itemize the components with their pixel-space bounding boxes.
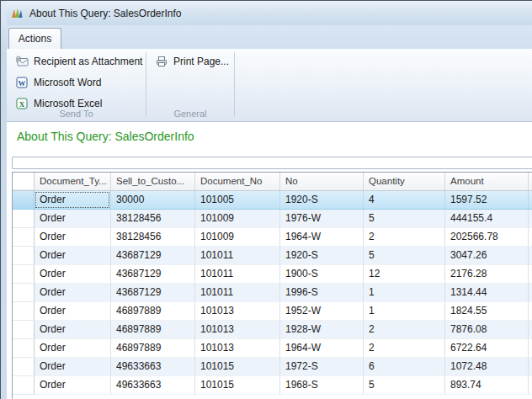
cell-amount[interactable]: 7876.08 bbox=[445, 321, 529, 339]
print-page-button[interactable]: Print Page... bbox=[146, 51, 234, 72]
table-row[interactable]: Order300001010051920-S41597.52 bbox=[13, 191, 532, 210]
table-row[interactable]: Order436871291010111920-S53047.26 bbox=[13, 247, 532, 265]
row-selector[interactable] bbox=[13, 284, 35, 302]
cell-document_type[interactable]: Order bbox=[35, 321, 111, 339]
cell-amount[interactable]: 1597.52 bbox=[445, 191, 529, 209]
cell-sell_to_customer[interactable]: 49633663 bbox=[111, 376, 195, 395]
cell-amount[interactable]: 893.74 bbox=[445, 376, 529, 395]
cell-sell_to_customer[interactable]: 38128456 bbox=[111, 228, 195, 247]
row-selector[interactable] bbox=[13, 247, 35, 265]
cell-amount[interactable]: 1072.48 bbox=[445, 358, 529, 376]
cell-amount[interactable]: 1824.55 bbox=[445, 302, 529, 321]
cell-sell_to_customer[interactable]: 38128456 bbox=[111, 210, 195, 228]
cell-no[interactable]: 1968-S bbox=[280, 376, 364, 395]
cell-document_no[interactable]: 101011 bbox=[195, 247, 280, 265]
cell-sell_to_customer[interactable]: 43687129 bbox=[111, 265, 195, 284]
table-row[interactable]: Order468978891010131928-W27876.08 bbox=[13, 321, 532, 339]
row-selector[interactable] bbox=[13, 228, 35, 247]
cell-amount[interactable]: 202566.78 bbox=[445, 228, 529, 247]
title-bar[interactable]: About This Query: SalesOrderInfo bbox=[1, 1, 532, 25]
cell-document_type[interactable]: Order bbox=[35, 302, 111, 321]
cell-document_no[interactable]: 101015 bbox=[195, 376, 280, 395]
cell-quantity[interactable]: 1 bbox=[364, 302, 445, 321]
cell-amount[interactable]: 1314.44 bbox=[445, 284, 529, 302]
cell-amount[interactable]: 2176.28 bbox=[445, 265, 529, 284]
filter-bar[interactable] bbox=[12, 157, 532, 169]
cell-no[interactable]: 1928-W bbox=[280, 321, 364, 339]
cell-document_type[interactable]: Order bbox=[35, 265, 111, 284]
row-selector[interactable] bbox=[13, 302, 35, 321]
cell-no[interactable]: 1976-W bbox=[280, 210, 364, 228]
table-row[interactable]: Order496336631010151968-S5893.74 bbox=[13, 376, 532, 395]
cell-no[interactable]: 1972-S bbox=[280, 358, 364, 376]
cell-document_no[interactable]: 101011 bbox=[195, 284, 280, 302]
cell-document_type[interactable]: Order bbox=[35, 339, 111, 358]
cell-amount[interactable]: 444155.4 bbox=[445, 210, 529, 228]
row-selector[interactable] bbox=[13, 210, 35, 228]
cell-sell_to_customer[interactable]: 43687129 bbox=[111, 284, 195, 302]
table-row[interactable]: Order468978891010131964-W26722.64 bbox=[13, 339, 532, 358]
cell-quantity[interactable]: 2 bbox=[364, 228, 445, 247]
cell-quantity[interactable]: 4 bbox=[364, 191, 445, 209]
table-row[interactable]: Order381284561010091976-W5444155.4 bbox=[13, 210, 532, 228]
table-row[interactable]: Order381284561010091964-W2202566.78 bbox=[13, 228, 532, 247]
cell-quantity[interactable]: 2 bbox=[364, 321, 445, 339]
table-row[interactable]: Order496336631010151972-S61072.48 bbox=[13, 358, 532, 376]
column-header-quantity[interactable]: Quantity bbox=[364, 173, 445, 190]
table-row[interactable]: Order468978891010131952-W11824.55 bbox=[13, 302, 532, 321]
cell-quantity[interactable]: 5 bbox=[364, 210, 445, 228]
row-selector[interactable] bbox=[13, 321, 35, 339]
microsoft-word-button[interactable]: W Microsoft Word bbox=[7, 72, 146, 93]
cell-no[interactable]: 1900-S bbox=[280, 265, 364, 284]
cell-document_type[interactable]: Order bbox=[35, 210, 111, 228]
table-row[interactable]: Order436871291010111996-S11314.44 bbox=[13, 284, 532, 302]
cell-document_type[interactable]: Order bbox=[35, 191, 111, 209]
cell-document_type[interactable]: Order bbox=[35, 228, 111, 247]
cell-amount[interactable]: 6722.64 bbox=[445, 339, 529, 358]
column-header-no[interactable]: No bbox=[280, 173, 364, 190]
select-all-cell[interactable] bbox=[13, 173, 35, 190]
cell-amount[interactable]: 3047.26 bbox=[445, 247, 529, 265]
cell-no[interactable]: 1920-S bbox=[280, 191, 364, 209]
cell-sell_to_customer[interactable]: 49633663 bbox=[111, 358, 195, 376]
cell-document_type[interactable]: Order bbox=[35, 358, 111, 376]
cell-document_no[interactable]: 101009 bbox=[195, 210, 280, 228]
cell-document_no[interactable]: 101015 bbox=[195, 358, 280, 376]
row-selector[interactable] bbox=[13, 191, 35, 209]
tab-actions[interactable]: Actions bbox=[8, 28, 61, 49]
recipient-as-attachment-button[interactable]: Recipient as Attachment bbox=[7, 51, 146, 72]
cell-quantity[interactable]: 12 bbox=[364, 265, 445, 284]
column-header-amount[interactable]: Amount bbox=[445, 173, 529, 190]
cell-quantity[interactable]: 1 bbox=[364, 284, 445, 302]
column-header-sell-to-customer[interactable]: Sell_to_Custo... bbox=[111, 173, 195, 190]
row-selector[interactable] bbox=[13, 376, 35, 395]
cell-sell_to_customer[interactable]: 46897889 bbox=[111, 321, 195, 339]
column-header-document-type[interactable]: Document_Ty... bbox=[35, 173, 111, 190]
cell-quantity[interactable]: 5 bbox=[364, 376, 445, 395]
cell-document_no[interactable]: 101005 bbox=[195, 191, 280, 209]
cell-quantity[interactable]: 2 bbox=[364, 339, 445, 358]
cell-document_no[interactable]: 101011 bbox=[195, 265, 280, 284]
cell-no[interactable]: 1964-W bbox=[280, 339, 364, 358]
cell-document_no[interactable]: 101013 bbox=[195, 302, 280, 321]
cell-sell_to_customer[interactable]: 43687129 bbox=[111, 247, 195, 265]
row-selector[interactable] bbox=[13, 339, 35, 358]
row-selector[interactable] bbox=[13, 265, 35, 284]
cell-no[interactable]: 1952-W bbox=[280, 302, 364, 321]
table-row[interactable]: Order436871291010111900-S122176.28 bbox=[13, 265, 532, 284]
cell-document_type[interactable]: Order bbox=[35, 284, 111, 302]
cell-no[interactable]: 1920-S bbox=[280, 247, 364, 265]
cell-document_type[interactable]: Order bbox=[35, 376, 111, 395]
row-selector[interactable] bbox=[13, 358, 35, 376]
cell-no[interactable]: 1996-S bbox=[280, 284, 364, 302]
cell-document_no[interactable]: 101013 bbox=[195, 321, 280, 339]
cell-no[interactable]: 1964-W bbox=[280, 228, 364, 247]
column-header-document-no[interactable]: Document_No bbox=[195, 173, 280, 190]
cell-document_no[interactable]: 101009 bbox=[195, 228, 280, 247]
cell-document_no[interactable]: 101013 bbox=[195, 339, 280, 358]
cell-sell_to_customer[interactable]: 46897889 bbox=[111, 339, 195, 358]
cell-document_type[interactable]: Order bbox=[35, 247, 111, 265]
cell-sell_to_customer[interactable]: 30000 bbox=[111, 191, 195, 209]
cell-sell_to_customer[interactable]: 46897889 bbox=[111, 302, 195, 321]
cell-quantity[interactable]: 5 bbox=[364, 247, 445, 265]
